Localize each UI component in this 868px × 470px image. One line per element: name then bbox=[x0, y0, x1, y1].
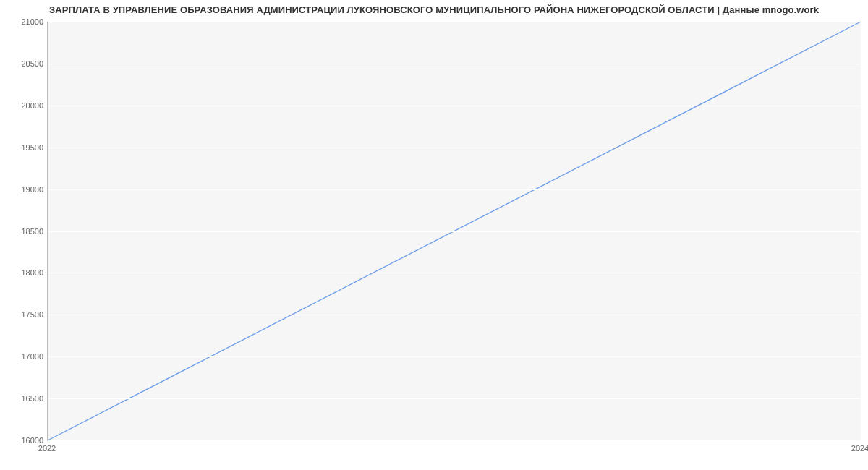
chart-container: ЗАРПЛАТА В УПРАВЛЕНИЕ ОБРАЗОВАНИЯ АДМИНИ… bbox=[0, 0, 868, 470]
y-tick-label: 21000 bbox=[4, 17, 43, 26]
y-tick-label: 18500 bbox=[4, 227, 43, 236]
chart-title: ЗАРПЛАТА В УПРАВЛЕНИЕ ОБРАЗОВАНИЯ АДМИНИ… bbox=[0, 4, 868, 15]
y-tick-label: 19000 bbox=[4, 185, 43, 194]
y-tick-label: 20000 bbox=[4, 101, 43, 110]
y-tick-label: 16000 bbox=[4, 436, 43, 445]
y-tick-label: 19500 bbox=[4, 143, 43, 152]
y-tick-label: 16500 bbox=[4, 394, 43, 403]
grid-line bbox=[48, 356, 861, 357]
x-tick-label: 2022 bbox=[38, 444, 56, 453]
y-tick-label: 17000 bbox=[4, 352, 43, 361]
plot-area bbox=[47, 22, 861, 441]
x-tick-label: 2024 bbox=[851, 444, 868, 453]
grid-line bbox=[48, 440, 861, 441]
grid-line bbox=[48, 315, 861, 315]
grid-line bbox=[48, 231, 861, 232]
y-tick-label: 18000 bbox=[4, 268, 43, 277]
grid-line bbox=[48, 22, 861, 22]
grid-line bbox=[48, 189, 861, 190]
grid-line bbox=[48, 106, 861, 106]
grid-line bbox=[48, 64, 861, 64]
grid-line bbox=[48, 148, 861, 148]
y-tick-label: 17500 bbox=[4, 310, 43, 319]
grid-line bbox=[48, 398, 861, 399]
grid-line bbox=[48, 273, 861, 273]
y-tick-label: 20500 bbox=[4, 59, 43, 68]
